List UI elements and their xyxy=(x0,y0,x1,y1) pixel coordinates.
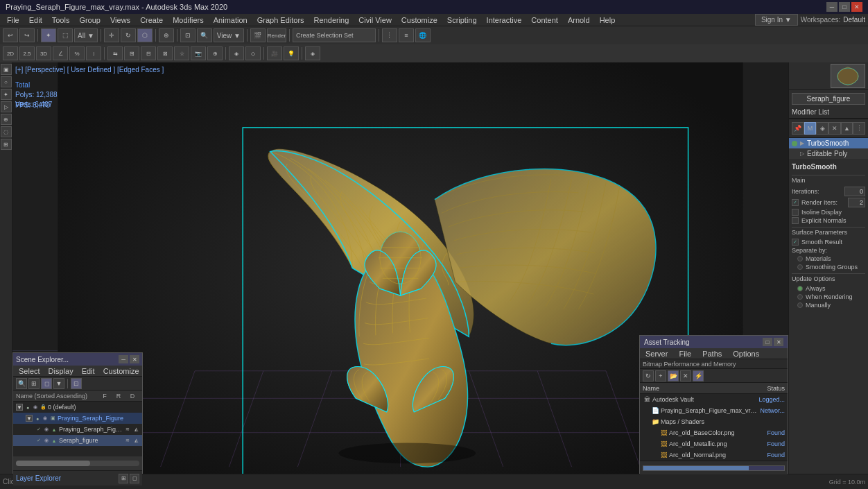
se-row-seraph[interactable]: ✓ ◉ ▲ Seraph_figure ≋ ◭ xyxy=(13,435,142,446)
se-menu-edit[interactable]: Edit xyxy=(79,366,98,376)
move-up-button[interactable]: ▲ xyxy=(841,122,853,135)
maximize-button[interactable]: □ xyxy=(839,2,850,12)
at-row-vault[interactable]: 🏛 Autodesk Vault Logged... xyxy=(640,394,788,405)
materials-radio[interactable] xyxy=(797,256,803,261)
menu-views[interactable]: Views xyxy=(106,15,134,26)
at-map-paths-button[interactable]: 📂 xyxy=(668,370,679,381)
create-systems-button[interactable]: ⊞ xyxy=(1,139,12,150)
se-eye-icon-4[interactable]: ◉ xyxy=(43,437,50,444)
pin-icon[interactable]: 📌 xyxy=(792,122,804,135)
quick-align-button[interactable]: ⊟ xyxy=(141,46,156,60)
menu-arnold[interactable]: Arnold xyxy=(564,15,594,26)
undo-button[interactable]: ↩ xyxy=(3,28,18,42)
se-filter-button[interactable]: ▼ xyxy=(53,378,64,389)
se-menu-display[interactable]: Display xyxy=(46,366,76,376)
at-add-button[interactable]: + xyxy=(655,370,666,381)
reference-coord-button[interactable]: ⊕ xyxy=(159,28,174,42)
se-row-default[interactable]: ▼ ● ◉ 🔒 0 (default) xyxy=(13,402,142,413)
smoothing-groups-radio[interactable] xyxy=(797,264,803,270)
se-bottom-btn1[interactable]: ⊞ xyxy=(119,474,128,483)
se-search-button[interactable]: 🔍 xyxy=(16,378,27,389)
create-cameras-button[interactable]: ▷ xyxy=(1,101,12,112)
iterations-input[interactable] xyxy=(844,187,865,196)
menu-create[interactable]: Create xyxy=(136,15,167,26)
graph-button[interactable]: ◈ xyxy=(305,46,320,60)
snap-25d-button[interactable]: 2.5 xyxy=(19,46,35,60)
align-camera-button[interactable]: 📷 xyxy=(191,46,206,60)
select-button[interactable]: ✦ xyxy=(41,28,56,42)
se-local-mode-button[interactable]: ⊡ xyxy=(71,378,82,389)
isoline-checkbox[interactable] xyxy=(792,209,799,216)
se-scrollbar[interactable] xyxy=(16,461,139,466)
mirror-button[interactable]: ⇆ xyxy=(107,46,123,60)
create-helpers-button[interactable]: ⊕ xyxy=(1,114,12,125)
se-eye-icon[interactable]: ◉ xyxy=(32,404,39,411)
snap-3d-button[interactable]: 3D xyxy=(36,46,51,60)
minimize-button[interactable]: ─ xyxy=(826,2,837,12)
menu-scripting[interactable]: Scripting xyxy=(443,15,481,26)
editable-poly-modifier[interactable]: ▷ Editable Poly xyxy=(789,148,868,159)
se-bottom-btn2[interactable]: ◻ xyxy=(130,474,139,483)
named-selection-button[interactable]: ⋮ xyxy=(382,28,397,42)
render-setup-button[interactable]: 🎬 xyxy=(250,28,266,42)
object-name-field[interactable]: Seraph_figure xyxy=(792,93,865,105)
all-dropdown[interactable]: All ▼ xyxy=(74,28,98,42)
se-menu-customize[interactable]: Customize xyxy=(101,366,142,376)
rotate-button[interactable]: ↻ xyxy=(121,28,136,42)
scene-explorer-title[interactable]: Scene Explorer... ─ ✕ xyxy=(13,353,142,366)
at-active-button[interactable]: ⚡ xyxy=(693,370,704,381)
se-row-praying-mesh[interactable]: ✓ ◉ ▲ Praying_Seraph_Figure ≋ ◭ xyxy=(13,424,142,435)
spinner-snap-button[interactable]: ↕ xyxy=(86,46,101,60)
always-radio[interactable] xyxy=(797,286,803,291)
menu-rendering[interactable]: Rendering xyxy=(310,15,354,26)
at-refresh-button[interactable]: ↻ xyxy=(643,370,654,381)
geometry-tab[interactable]: ◈ xyxy=(816,122,828,135)
se-row-praying-group[interactable]: ▼ ● ◉ ▣ Praying_Seraph_Figure xyxy=(13,413,142,424)
menu-group[interactable]: Group xyxy=(75,15,105,26)
smooth-result-checkbox[interactable] xyxy=(792,239,799,246)
se-close-button[interactable]: ✕ xyxy=(130,355,139,363)
at-remove-button[interactable]: ✕ xyxy=(680,370,691,381)
create-shapes-button[interactable]: ○ xyxy=(1,76,12,87)
when-rendering-radio[interactable] xyxy=(797,294,803,300)
se-eye-icon-3[interactable]: ◉ xyxy=(43,426,50,433)
create-lights-button[interactable]: ✦ xyxy=(1,89,12,100)
menu-customize[interactable]: Customize xyxy=(397,15,442,26)
redo-button[interactable]: ↪ xyxy=(19,28,35,42)
render-iters-checkbox[interactable] xyxy=(792,199,799,206)
percent-snap-button[interactable]: % xyxy=(69,46,85,60)
asset-tracking-title[interactable]: Asset Tracking □ ✕ xyxy=(640,336,788,348)
delete-modifier-button[interactable]: ✕ xyxy=(828,122,841,135)
scale-button[interactable]: ⬡ xyxy=(137,28,153,42)
menu-help[interactable]: Help xyxy=(596,15,620,26)
create-selection-set[interactable]: Create Selection Set xyxy=(293,28,376,42)
at-menu-file[interactable]: File xyxy=(676,349,694,359)
move-button[interactable]: ✛ xyxy=(104,28,119,42)
at-restore-button[interactable]: □ xyxy=(763,338,772,346)
normal-align-button[interactable]: ⊠ xyxy=(157,46,173,60)
at-row-metallic[interactable]: 🖼 Arc_old_Metallic.png Found xyxy=(640,438,788,449)
sign-in-button[interactable]: Sign In ▼ xyxy=(755,14,798,26)
menu-animation[interactable]: Animation xyxy=(209,15,252,26)
move-down-button[interactable]: ⋮ xyxy=(853,122,865,135)
menu-civil-view[interactable]: Civil View xyxy=(354,15,395,26)
at-row-normal[interactable]: 🖼 Arc_old_Normal.png Found xyxy=(640,449,788,461)
se-menu-select[interactable]: Select xyxy=(16,366,43,376)
menu-content[interactable]: Content xyxy=(527,15,562,26)
at-menu-options[interactable]: Options xyxy=(730,349,762,359)
align-button[interactable]: ⊞ xyxy=(124,46,139,60)
manually-radio[interactable] xyxy=(797,302,803,308)
menu-graph-editors[interactable]: Graph Editors xyxy=(253,15,309,26)
menu-edit[interactable]: Edit xyxy=(25,15,46,26)
render-button[interactable]: Render xyxy=(267,28,286,42)
menu-file[interactable]: File xyxy=(3,15,24,26)
se-expand-btn[interactable]: ▼ xyxy=(16,404,23,411)
render-iters-input[interactable] xyxy=(848,198,865,207)
camera-button[interactable]: 🎥 xyxy=(267,46,282,60)
se-eye-icon-2[interactable]: ◉ xyxy=(42,415,49,422)
se-expand-all-button[interactable]: ⊞ xyxy=(28,378,40,389)
align-to-view-button[interactable]: ⊕ xyxy=(207,46,223,60)
at-close-button[interactable]: ✕ xyxy=(774,338,783,346)
close-button[interactable]: ✕ xyxy=(851,2,862,12)
scene-explorer-button[interactable]: 🌐 xyxy=(415,28,431,42)
